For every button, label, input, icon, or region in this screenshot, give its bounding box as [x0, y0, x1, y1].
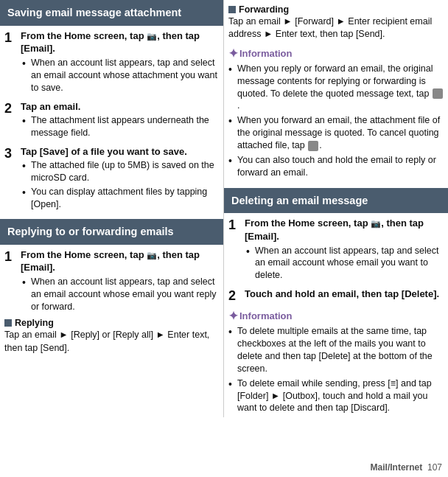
forwarding-block: Forwarding Tap an email ► [Forward] ► En… — [224, 0, 448, 43]
deleting-step-1-title: From the Home screen, tap 📷, then tap [E… — [245, 217, 444, 243]
saving-email-header: Saving email message attachment — [0, 0, 223, 26]
step-3-content: Tap [Save] of a file you want to save. •… — [21, 145, 219, 211]
step-number-3: 3 — [4, 146, 21, 161]
deleting-step-1-bullet: • When an account list appears, tap and … — [246, 245, 444, 282]
replying-header-text: Replying to or forwarding emails — [7, 226, 174, 237]
x-icon-2 — [308, 141, 318, 151]
replying-step-1-title: From the Home screen, tap 📷, then tap [E… — [21, 248, 219, 274]
step-3-body: • The attached file (up to 5MB) is saved… — [21, 159, 219, 211]
replying-step-1-bullet: • When an account list appears, tap and … — [22, 276, 219, 313]
forwarding-sub-text: Tap an email ► [Forward] ► Enter recipie… — [228, 15, 444, 43]
info-bullet-text-3: You can also touch and hold the email to… — [237, 154, 444, 179]
footer-section-label: Mail/Internet — [371, 462, 423, 473]
step-3-bullet-1: • The attached file (up to 5MB) is saved… — [22, 159, 219, 184]
info-diamond-icon: ✦ — [228, 46, 238, 60]
replying-step-1: 1 From the Home screen, tap 📷, then tap … — [0, 245, 223, 316]
info-bullet-dot: • — [228, 154, 237, 167]
step-2-content: Tap an email. • The attachment list appe… — [21, 100, 219, 139]
info-bullet-text-2: To delete email while sending, press [≡]… — [237, 377, 444, 415]
bullet-text: When an account list appears, tap and se… — [255, 245, 444, 282]
replying-header: Replying to or forwarding emails — [0, 219, 223, 245]
bullet-text: You can display attachment files by tapp… — [31, 186, 219, 211]
step-1-body: • When an account list appears, tap and … — [21, 57, 219, 94]
info-bullet-text-2: When you forward an email, the attachmen… — [237, 114, 444, 152]
replying-info-bullet-2: • When you forward an email, the attachm… — [228, 114, 444, 152]
right-column: Forwarding Tap an email ► [Forward] ► En… — [224, 0, 448, 417]
bullet-dot: • — [22, 276, 31, 289]
replying-info-bullet-1: • When you reply or forward an email, th… — [228, 63, 444, 113]
saving-email-header-text: Saving email message attachment — [7, 7, 181, 18]
deleting-info-section: ✦ Information • To delete multiple email… — [228, 309, 444, 414]
bullet-text: When an account list appears, tap and se… — [31, 57, 219, 94]
step-2-body: • The attachment list appears underneath… — [21, 114, 219, 139]
deleting-step-2-content: Touch and hold an email, then tap [Delet… — [245, 288, 444, 301]
saving-step-2: 2 Tap an email. • The attachment list ap… — [0, 97, 223, 142]
bullet-text: When an account list appears, tap and se… — [31, 276, 219, 313]
info-bullet-text-1: To delete multiple emails at the same ti… — [237, 325, 444, 375]
bullet-dot: • — [22, 186, 31, 199]
bullet-dot: • — [22, 57, 31, 70]
bullet-dot: • — [22, 114, 31, 128]
deleting-header: Deleting an email message — [224, 188, 448, 214]
deleting-info-header-text: Information — [239, 310, 293, 321]
bullet-text: The attachment list appears underneath t… — [31, 114, 219, 139]
replying-icon — [4, 319, 12, 327]
info-bullet-dot: • — [228, 325, 237, 338]
step-1-content: From the Home screen, tap 📷, then tap [E… — [21, 29, 219, 94]
step-2-title: Tap an email. — [21, 100, 219, 114]
replying-sub-text: Tap an email ► [Reply] or [Reply all] ► … — [4, 329, 219, 355]
step-number-1: 1 — [4, 30, 21, 46]
step-3-title: Tap [Save] of a file you want to save. — [21, 145, 219, 159]
deleting-step-number-1: 1 — [228, 217, 245, 233]
info-diamond-icon-2: ✦ — [228, 309, 238, 323]
deleting-step-number-2: 2 — [228, 288, 245, 304]
info-bullet-text-1: When you reply or forward an email, the … — [237, 63, 444, 113]
bullet-dot: • — [22, 159, 31, 173]
step-2-bullet-1: • The attachment list appears underneath… — [22, 114, 219, 139]
replying-sub-label-text: Replying — [15, 318, 54, 328]
info-bullet-dot: • — [228, 114, 237, 128]
deleting-header-text: Deleting an email message — [231, 195, 368, 206]
deleting-info-bullet-1: • To delete multiple emails at the same … — [228, 325, 444, 375]
replying-step-1-content: From the Home screen, tap 📷, then tap [E… — [21, 248, 219, 313]
page-footer: Mail/Internet 107 — [371, 462, 442, 473]
step-1-title: From the Home screen, tap 📷, then tap [E… — [21, 29, 219, 55]
deleting-step-1-body: • When an account list appears, tap and … — [245, 245, 444, 282]
replying-info-header: ✦ Information — [228, 46, 444, 60]
step-1-bullet-1: • When an account list appears, tap and … — [22, 57, 219, 94]
info-bullet-dot: • — [228, 63, 237, 76]
bullet-dot: • — [246, 245, 255, 258]
forwarding-sub-label: Forwarding — [228, 4, 444, 15]
deleting-step-2: 2 Touch and hold an email, then tap [Del… — [224, 284, 448, 306]
replying-info-section: ✦ Information • When you reply or forwar… — [228, 46, 444, 179]
forwarding-sub-label-text: Forwarding — [239, 4, 289, 15]
deleting-step-2-title: Touch and hold an email, then tap [Delet… — [245, 288, 444, 301]
info-bullet-dot: • — [228, 377, 237, 391]
saving-step-1: 1 From the Home screen, tap 📷, then tap … — [0, 26, 223, 97]
deleting-step-1: 1 From the Home screen, tap 📷, then tap … — [224, 213, 448, 284]
page-container: Saving email message attachment 1 From t… — [0, 0, 448, 417]
step-3-bullet-2: • You can display attachment files by ta… — [22, 186, 219, 211]
deleting-info-header: ✦ Information — [228, 309, 444, 323]
x-icon — [433, 88, 443, 99]
footer-page-number: 107 — [427, 462, 442, 473]
bullet-text: The attached file (up to 5MB) is saved o… — [31, 159, 219, 184]
left-column: Saving email message attachment 1 From t… — [0, 0, 224, 417]
replying-sub-label: Replying — [4, 318, 219, 328]
replying-info-header-text: Information — [239, 48, 293, 59]
replying-info-bullet-3: • You can also touch and hold the email … — [228, 154, 444, 179]
deleting-info-bullet-2: • To delete email while sending, press [… — [228, 377, 444, 415]
deleting-step-1-content: From the Home screen, tap 📷, then tap [E… — [245, 217, 444, 282]
step-number-2: 2 — [4, 101, 21, 116]
replying-step-1-body: • When an account list appears, tap and … — [21, 276, 219, 313]
replying-step-number-1: 1 — [4, 249, 21, 265]
saving-step-3: 3 Tap [Save] of a file you want to save.… — [0, 142, 223, 213]
forwarding-icon — [228, 6, 236, 13]
